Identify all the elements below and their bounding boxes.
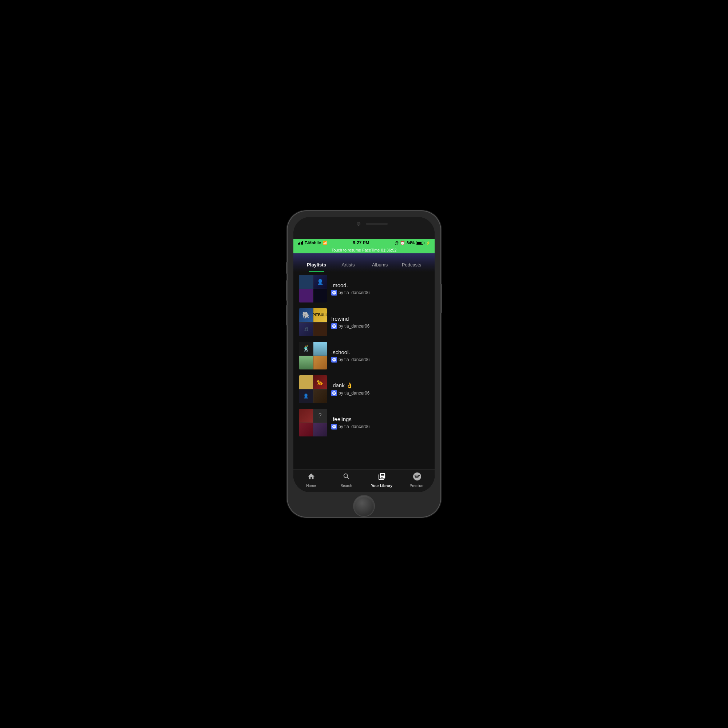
playlist-owner: by tia_dancer06 — [338, 357, 369, 362]
mute-button[interactable] — [286, 262, 288, 274]
playlist-meta: by tia_dancer06 — [331, 290, 429, 295]
playlist-name: .dank 👌 — [331, 382, 429, 389]
home-button[interactable] — [353, 495, 375, 517]
bottom-nav: Home Search — [294, 469, 434, 492]
playlist-owner: by tia_dancer06 — [338, 290, 369, 295]
playlist-info: .dank 👌 by tia_dancer06 — [331, 382, 429, 396]
art-cell — [314, 342, 327, 356]
time-display: 9:27 PM — [353, 240, 369, 245]
art-cell — [299, 356, 313, 370]
playlist-owner: by tia_dancer06 — [338, 391, 369, 396]
nav-label-premium: Premium — [410, 484, 424, 488]
art-cell — [314, 289, 327, 303]
tab-artists[interactable]: Artists — [332, 259, 364, 272]
playlist-info: .school. by tia_dancer06 — [331, 349, 429, 362]
tab-bar: Playlists Artists Albums Podcasts — [301, 259, 427, 272]
nav-item-library[interactable]: Your Library — [364, 473, 399, 488]
header: Playlists Artists Albums Podcasts — [294, 253, 434, 272]
playlist-name: .feelings — [331, 416, 429, 422]
speaker — [366, 223, 388, 225]
art-cell: 🕺 — [299, 342, 313, 356]
status-bar: T-Mobile 📶 9:27 PM @ ⏰ 84% ⚡ — [294, 239, 434, 247]
art-cell — [314, 356, 327, 370]
art-cell — [314, 423, 327, 437]
nav-item-premium[interactable]: Premium — [399, 473, 434, 488]
spotify-badge — [331, 390, 337, 396]
list-item[interactable]: 🐘 PITBULL 🎵 !rewind — [294, 305, 434, 339]
art-cell — [299, 289, 313, 303]
playlist-name: !rewind — [331, 316, 429, 322]
art-cell: 🐆 — [314, 375, 327, 389]
playlist-name: .mood. — [331, 282, 429, 288]
nav-label-home: Home — [306, 484, 316, 488]
art-cell: PITBULL — [314, 308, 327, 322]
battery-icon — [416, 241, 424, 245]
at-symbol: @ — [395, 241, 399, 245]
tab-albums[interactable]: Albums — [364, 259, 396, 272]
tab-podcasts[interactable]: Podcasts — [396, 259, 427, 272]
art-cell — [299, 409, 313, 423]
camera — [357, 222, 360, 226]
nav-item-home[interactable]: Home — [294, 473, 329, 488]
battery-percent: 84% — [407, 241, 414, 245]
art-cell: 👤 — [314, 275, 327, 289]
playlist-art-5: ? — [299, 409, 327, 436]
phone-screen: T-Mobile 📶 9:27 PM @ ⏰ 84% ⚡ Touch to re… — [294, 217, 434, 492]
charging-icon: ⚡ — [426, 241, 430, 245]
status-left: T-Mobile 📶 — [298, 241, 327, 245]
playlist-art-1: 👤 — [299, 275, 327, 303]
art-cell — [299, 275, 313, 289]
list-item[interactable]: 👤 .mood. by tia_ — [294, 272, 434, 305]
art-cell — [314, 390, 327, 403]
playlist-art-3: 🕺 — [299, 342, 327, 369]
art-cell: ? — [314, 409, 327, 423]
search-icon — [343, 473, 350, 482]
spotify-badge — [331, 424, 337, 430]
spotify-badge — [331, 323, 337, 329]
playlist-meta: by tia_dancer06 — [331, 357, 429, 362]
playlist-info: !rewind by tia_dancer06 — [331, 316, 429, 329]
carrier-label: T-Mobile — [305, 241, 321, 245]
notch-area — [294, 217, 434, 239]
playlist-owner: by tia_dancer06 — [338, 424, 369, 429]
playlist-meta: by tia_dancer06 — [331, 424, 429, 430]
playlist-info: .mood. by tia_dancer06 — [331, 282, 429, 295]
power-button[interactable] — [440, 284, 442, 313]
status-right: @ ⏰ 84% ⚡ — [395, 241, 430, 245]
tab-playlists[interactable]: Playlists — [301, 259, 332, 272]
spotify-badge — [331, 357, 337, 362]
volume-down-button[interactable] — [286, 305, 288, 326]
art-cell — [299, 423, 313, 437]
playlist-meta: by tia_dancer06 — [331, 390, 429, 396]
library-icon — [378, 473, 386, 482]
volume-up-button[interactable] — [286, 280, 288, 301]
playlist-art-2: 🐘 PITBULL 🎵 — [299, 308, 327, 336]
facetime-bar[interactable]: Touch to resume FaceTime 01:36:52 — [294, 247, 434, 253]
playlist-info: .feelings by tia_dancer06 — [331, 416, 429, 430]
wifi-icon: 📶 — [323, 241, 327, 245]
list-item[interactable]: 🐆 👤 .dank 👌 by tia_dancer06 — [294, 372, 434, 406]
playlist-meta: by tia_dancer06 — [331, 323, 429, 329]
art-cell: 👤 — [299, 390, 313, 403]
list-item[interactable]: 🕺 .school. by ti — [294, 339, 434, 372]
app-content: Playlists Artists Albums Podcasts — [294, 253, 434, 492]
art-cell: 🐘 — [299, 308, 313, 322]
playlist-name: .school. — [331, 349, 429, 355]
home-icon — [307, 473, 315, 482]
alarm-icon: ⏰ — [400, 241, 405, 245]
nav-label-search: Search — [341, 484, 352, 488]
nav-label-library: Your Library — [371, 484, 392, 488]
playlist-art-4: 🐆 👤 — [299, 375, 327, 403]
art-cell — [314, 323, 327, 336]
playlist-list: 👤 .mood. by tia_ — [294, 272, 434, 469]
art-cell: 🎵 — [299, 323, 313, 336]
nav-item-search[interactable]: Search — [329, 473, 364, 488]
phone-frame: T-Mobile 📶 9:27 PM @ ⏰ 84% ⚡ Touch to re… — [288, 211, 440, 517]
spotify-badge — [331, 290, 337, 295]
playlist-owner: by tia_dancer06 — [338, 324, 369, 329]
spotify-icon — [413, 473, 421, 482]
art-cell — [299, 375, 313, 389]
list-item[interactable]: ? .feelings by tia_dancer06 — [294, 406, 434, 439]
signal-bars — [298, 241, 303, 245]
